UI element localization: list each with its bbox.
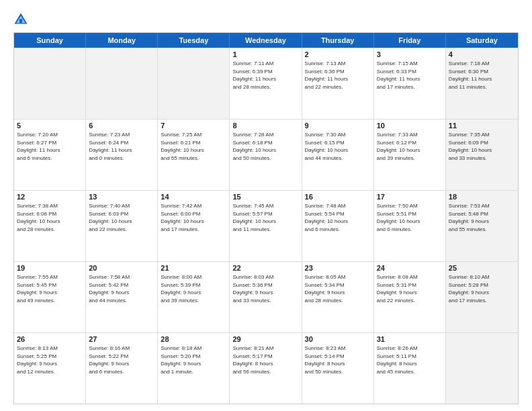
day-number: 18 — [449, 193, 515, 201]
day-info: Sunrise: 7:18 AM Sunset: 6:30 PM Dayligh… — [449, 60, 515, 91]
day-number: 6 — [89, 122, 154, 130]
calendar-day-3: 3Sunrise: 7:15 AM Sunset: 6:33 PM Daylig… — [374, 48, 446, 119]
calendar-day-11: 11Sunrise: 7:35 AM Sunset: 6:09 PM Dayli… — [446, 120, 518, 190]
day-number: 8 — [232, 122, 298, 130]
calendar-day-9: 9Sunrise: 7:30 AM Sunset: 6:15 PM Daylig… — [302, 120, 374, 190]
logo — [13, 12, 31, 27]
day-info: Sunrise: 7:23 AM Sunset: 6:24 PM Dayligh… — [89, 131, 154, 162]
day-info: Sunrise: 7:48 AM Sunset: 5:54 PM Dayligh… — [305, 202, 371, 233]
day-info: Sunrise: 7:15 AM Sunset: 6:33 PM Dayligh… — [377, 60, 443, 91]
calendar-day-22: 22Sunrise: 8:03 AM Sunset: 5:36 PM Dayli… — [230, 262, 302, 332]
header-day-sunday: Sunday — [14, 33, 86, 48]
calendar-day-27: 27Sunrise: 8:16 AM Sunset: 5:22 PM Dayli… — [86, 333, 158, 404]
day-info: Sunrise: 7:20 AM Sunset: 6:27 PM Dayligh… — [17, 131, 83, 162]
day-number: 30 — [305, 335, 371, 343]
calendar-day-19: 19Sunrise: 7:55 AM Sunset: 5:45 PM Dayli… — [14, 262, 86, 332]
svg-rect-2 — [19, 19, 22, 23]
calendar-day-5: 5Sunrise: 7:20 AM Sunset: 6:27 PM Daylig… — [14, 120, 86, 190]
calendar-empty-cell — [446, 333, 518, 404]
header-day-monday: Monday — [86, 33, 158, 48]
header-day-wednesday: Wednesday — [230, 33, 302, 48]
day-number: 4 — [449, 50, 515, 58]
day-number: 1 — [232, 50, 298, 58]
day-number: 19 — [17, 264, 83, 272]
day-number: 24 — [377, 264, 443, 272]
calendar-day-8: 8Sunrise: 7:28 AM Sunset: 6:18 PM Daylig… — [230, 120, 302, 190]
calendar-day-23: 23Sunrise: 8:05 AM Sunset: 5:34 PM Dayli… — [302, 262, 374, 332]
calendar-day-28: 28Sunrise: 8:18 AM Sunset: 5:20 PM Dayli… — [158, 333, 230, 404]
day-number: 2 — [305, 50, 371, 58]
day-number: 28 — [161, 335, 226, 343]
day-info: Sunrise: 7:40 AM Sunset: 6:03 PM Dayligh… — [89, 202, 154, 233]
calendar: SundayMondayTuesdayWednesdayThursdayFrid… — [13, 32, 519, 404]
calendar-day-10: 10Sunrise: 7:33 AM Sunset: 6:12 PM Dayli… — [374, 120, 446, 190]
day-info: Sunrise: 8:05 AM Sunset: 5:34 PM Dayligh… — [305, 273, 371, 304]
calendar-week-1: 1Sunrise: 7:11 AM Sunset: 6:39 PM Daylig… — [14, 48, 518, 119]
calendar-week-3: 12Sunrise: 7:38 AM Sunset: 6:06 PM Dayli… — [14, 190, 518, 261]
day-info: Sunrise: 8:10 AM Sunset: 5:28 PM Dayligh… — [449, 273, 515, 304]
calendar-day-18: 18Sunrise: 7:53 AM Sunset: 5:48 PM Dayli… — [446, 191, 518, 261]
calendar-day-14: 14Sunrise: 7:42 AM Sunset: 6:00 PM Dayli… — [158, 191, 230, 261]
day-number: 15 — [232, 193, 298, 201]
day-number: 10 — [377, 122, 443, 130]
calendar-day-1: 1Sunrise: 7:11 AM Sunset: 6:39 PM Daylig… — [230, 48, 302, 119]
calendar-empty-cell — [158, 48, 230, 119]
day-info: Sunrise: 8:00 AM Sunset: 5:39 PM Dayligh… — [161, 273, 226, 304]
calendar-day-6: 6Sunrise: 7:23 AM Sunset: 6:24 PM Daylig… — [86, 120, 158, 190]
day-info: Sunrise: 7:58 AM Sunset: 5:42 PM Dayligh… — [89, 273, 154, 304]
calendar-empty-cell — [86, 48, 158, 119]
day-number: 12 — [17, 193, 83, 201]
day-number: 27 — [89, 335, 154, 343]
day-info: Sunrise: 8:16 AM Sunset: 5:22 PM Dayligh… — [89, 345, 154, 375]
day-number: 11 — [449, 122, 515, 130]
calendar-day-26: 26Sunrise: 8:13 AM Sunset: 5:25 PM Dayli… — [14, 333, 86, 404]
day-number: 26 — [17, 335, 83, 343]
calendar-day-30: 30Sunrise: 8:23 AM Sunset: 5:14 PM Dayli… — [302, 333, 374, 404]
day-info: Sunrise: 7:38 AM Sunset: 6:06 PM Dayligh… — [17, 202, 83, 233]
day-info: Sunrise: 7:30 AM Sunset: 6:15 PM Dayligh… — [305, 131, 371, 162]
calendar-week-5: 26Sunrise: 8:13 AM Sunset: 5:25 PM Dayli… — [14, 332, 518, 404]
header — [13, 12, 519, 27]
day-info: Sunrise: 7:35 AM Sunset: 6:09 PM Dayligh… — [449, 131, 515, 162]
calendar-day-31: 31Sunrise: 8:26 AM Sunset: 5:11 PM Dayli… — [374, 333, 446, 404]
calendar-day-21: 21Sunrise: 8:00 AM Sunset: 5:39 PM Dayli… — [158, 262, 230, 332]
calendar-day-12: 12Sunrise: 7:38 AM Sunset: 6:06 PM Dayli… — [14, 191, 86, 261]
day-number: 21 — [161, 264, 226, 272]
header-day-thursday: Thursday — [302, 33, 374, 48]
calendar-day-7: 7Sunrise: 7:25 AM Sunset: 6:21 PM Daylig… — [158, 120, 230, 190]
calendar-day-24: 24Sunrise: 8:08 AM Sunset: 5:31 PM Dayli… — [374, 262, 446, 332]
page: SundayMondayTuesdayWednesdayThursdayFrid… — [0, 0, 532, 411]
day-info: Sunrise: 7:11 AM Sunset: 6:39 PM Dayligh… — [232, 60, 298, 91]
day-number: 7 — [161, 122, 226, 130]
day-number: 14 — [161, 193, 226, 201]
calendar-day-13: 13Sunrise: 7:40 AM Sunset: 6:03 PM Dayli… — [86, 191, 158, 261]
calendar-day-25: 25Sunrise: 8:10 AM Sunset: 5:28 PM Dayli… — [446, 262, 518, 332]
day-info: Sunrise: 7:13 AM Sunset: 6:36 PM Dayligh… — [305, 60, 371, 91]
day-info: Sunrise: 8:08 AM Sunset: 5:31 PM Dayligh… — [377, 273, 443, 304]
calendar-week-2: 5Sunrise: 7:20 AM Sunset: 6:27 PM Daylig… — [14, 119, 518, 190]
calendar-day-4: 4Sunrise: 7:18 AM Sunset: 6:30 PM Daylig… — [446, 48, 518, 119]
calendar-day-29: 29Sunrise: 8:21 AM Sunset: 5:17 PM Dayli… — [230, 333, 302, 404]
day-info: Sunrise: 7:53 AM Sunset: 5:48 PM Dayligh… — [449, 202, 515, 233]
day-info: Sunrise: 8:26 AM Sunset: 5:11 PM Dayligh… — [377, 345, 443, 375]
day-info: Sunrise: 7:55 AM Sunset: 5:45 PM Dayligh… — [17, 273, 83, 304]
day-info: Sunrise: 7:42 AM Sunset: 6:00 PM Dayligh… — [161, 202, 226, 233]
day-number: 9 — [305, 122, 371, 130]
day-info: Sunrise: 8:13 AM Sunset: 5:25 PM Dayligh… — [17, 345, 83, 375]
day-number: 16 — [305, 193, 371, 201]
calendar-week-4: 19Sunrise: 7:55 AM Sunset: 5:45 PM Dayli… — [14, 261, 518, 332]
calendar-day-20: 20Sunrise: 7:58 AM Sunset: 5:42 PM Dayli… — [86, 262, 158, 332]
day-info: Sunrise: 7:33 AM Sunset: 6:12 PM Dayligh… — [377, 131, 443, 162]
logo-icon — [13, 12, 28, 27]
day-info: Sunrise: 8:03 AM Sunset: 5:36 PM Dayligh… — [232, 273, 298, 304]
day-number: 3 — [377, 50, 443, 58]
calendar-empty-cell — [14, 48, 86, 119]
header-day-tuesday: Tuesday — [158, 33, 230, 48]
day-info: Sunrise: 7:25 AM Sunset: 6:21 PM Dayligh… — [161, 131, 226, 162]
calendar-day-15: 15Sunrise: 7:45 AM Sunset: 5:57 PM Dayli… — [230, 191, 302, 261]
day-number: 17 — [377, 193, 443, 201]
calendar-day-17: 17Sunrise: 7:50 AM Sunset: 5:51 PM Dayli… — [374, 191, 446, 261]
day-info: Sunrise: 7:50 AM Sunset: 5:51 PM Dayligh… — [377, 202, 443, 233]
calendar-body: 1Sunrise: 7:11 AM Sunset: 6:39 PM Daylig… — [14, 48, 518, 404]
header-day-friday: Friday — [374, 33, 446, 48]
